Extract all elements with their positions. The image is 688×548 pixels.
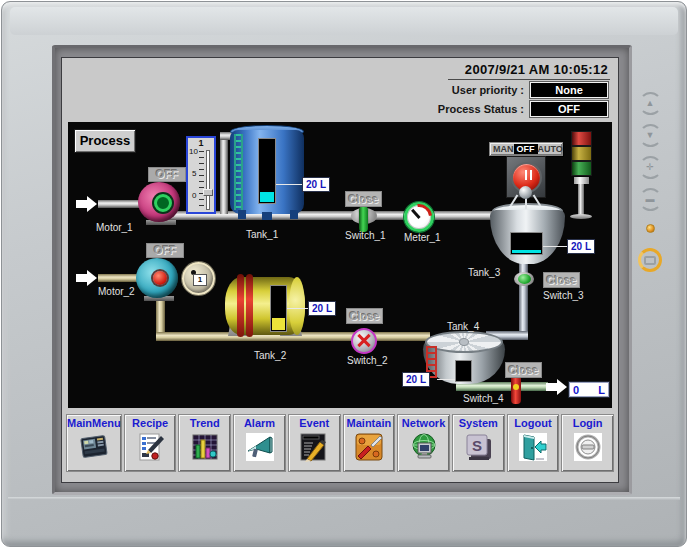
page-title: Process [74, 129, 136, 153]
meter1 [404, 202, 434, 232]
menu-button-network[interactable]: Network [397, 414, 450, 472]
meter1-name: Meter_1 [404, 232, 441, 243]
tank1-level-label: 20 L [302, 177, 330, 192]
switch2-state-box[interactable]: Close [346, 308, 383, 324]
menu-bar-icon: ▬ [646, 195, 655, 204]
switch1-state-box[interactable]: Close [345, 191, 382, 207]
tank3-level-fill [512, 250, 541, 253]
login-icon [573, 432, 603, 462]
motor1-status-box[interactable]: OFF [148, 167, 186, 182]
menu-label: Login [573, 416, 603, 430]
menu-label: Logout [514, 416, 551, 430]
osd-up-button[interactable]: ▲ [639, 92, 662, 115]
bezel-controls: ▲ ▼ ✛ ▬ [635, 92, 665, 272]
motor2-name: Motor_2 [98, 286, 135, 297]
osd-down-button[interactable]: ▼ [639, 124, 662, 147]
tank2-leader-line [287, 308, 308, 309]
motor2[interactable] [136, 258, 178, 298]
down-arrow-icon: ▼ [646, 131, 655, 140]
mode-selector-label[interactable]: MAN OFF AUTO [489, 142, 563, 156]
menu-button-maintain[interactable]: Maintain [343, 414, 396, 472]
switch2-valve[interactable] [351, 328, 377, 354]
datetime-display: 2007/9/21 AM 10:05:12 [465, 62, 608, 77]
tank2-level-fill [272, 318, 285, 330]
process-status-value: OFF [530, 101, 608, 117]
motor2-hub-icon [153, 271, 167, 285]
switch3-name: Switch_3 [543, 290, 584, 301]
event-icon [299, 432, 329, 462]
switch2-name: Switch_2 [347, 355, 388, 366]
menu-button-logout[interactable]: Logout [507, 414, 560, 472]
up-arrow-icon: ▲ [646, 99, 655, 108]
menu-button-trend[interactable]: Trend [178, 414, 231, 472]
menu-button-recipe[interactable]: Recipe [124, 414, 177, 472]
recipe-icon [135, 432, 165, 462]
slider-handle[interactable] [203, 189, 213, 196]
motor1[interactable] [138, 182, 180, 222]
mode-off-selected: OFF [514, 144, 538, 154]
slider-tick-5: 5 [192, 169, 196, 178]
switch3-valve[interactable] [518, 274, 531, 284]
level-slider-gauge: 1 10 5 0 [186, 136, 216, 214]
menu-button-mainmenu[interactable]: MainMenu [66, 414, 122, 472]
knob-mark [525, 170, 527, 180]
switch4-state-box[interactable]: Close [505, 362, 542, 378]
screen-header: 2007/9/21 AM 10:05:12 User priority : No… [62, 58, 618, 122]
slider-tick-10: 10 [189, 147, 198, 156]
mode-man: MAN [493, 144, 514, 154]
display-icon [644, 256, 656, 265]
menu-label: Trend [190, 416, 220, 430]
motor1-hub-icon [154, 194, 172, 212]
tower-light-red [571, 131, 592, 146]
outflow-display: 0 L [568, 381, 610, 398]
knob-mark [530, 170, 532, 180]
tank1-leader-line [276, 184, 302, 185]
motor1-name: Motor_1 [96, 222, 133, 233]
slider-tickmarks [199, 151, 204, 209]
slider-track [206, 150, 210, 210]
pipe-tank1-riser [220, 136, 228, 214]
menu-bar: MainMenu Recipe [64, 410, 616, 476]
menu-button-event[interactable]: Event [288, 414, 341, 472]
network-icon [409, 432, 439, 462]
outflow-arrow [546, 383, 557, 391]
tower-light-green [571, 161, 592, 176]
adjust-icon: ✛ [646, 163, 654, 172]
menu-label: MainMenu [67, 416, 121, 430]
tank1-leg [290, 210, 298, 219]
osd-menu-button[interactable]: ▬ [639, 188, 662, 211]
tank2-endcap [289, 277, 305, 335]
tank2-band [237, 274, 244, 337]
menu-button-login[interactable]: Login [561, 414, 614, 472]
bezel-top-sheen [10, 7, 678, 35]
tank1-level-fill [260, 192, 274, 202]
tank3-name: Tank_3 [468, 267, 500, 278]
switch4-name: Switch_4 [463, 393, 504, 404]
menu-button-system[interactable]: System S [452, 414, 505, 472]
menu-button-alarm[interactable]: Alarm [233, 414, 286, 472]
timer-gauge: 1 [182, 262, 215, 295]
power-button[interactable] [638, 248, 662, 272]
motor2-status-box[interactable]: OFF [146, 243, 184, 258]
switch3-state-box[interactable]: Close [543, 272, 580, 288]
outflow-unit: L [598, 384, 605, 396]
tower-light-amber [571, 146, 592, 161]
tank3-level-label: 20 L [567, 239, 595, 254]
switch1-valve[interactable] [359, 206, 368, 232]
inflow-arrow-1 [76, 200, 87, 208]
bezel-bottom-seam [8, 497, 680, 500]
tank4-leader-line [437, 379, 455, 380]
tank4-level-label: 20 L [402, 372, 430, 387]
header-divider [448, 79, 610, 80]
tower-light-cap [574, 177, 589, 184]
tank4-level-window [455, 360, 472, 382]
tank4-hub [459, 338, 469, 346]
mixer-icon [519, 186, 532, 199]
tank2-name: Tank_2 [254, 350, 286, 361]
tank4-name: Tank_4 [447, 321, 479, 332]
osd-adjust-button[interactable]: ✛ [639, 156, 662, 179]
maintain-icon [354, 432, 384, 462]
tank1-leg [238, 210, 246, 219]
tower-light-pole [578, 184, 584, 215]
tank1-ladder [234, 134, 243, 210]
